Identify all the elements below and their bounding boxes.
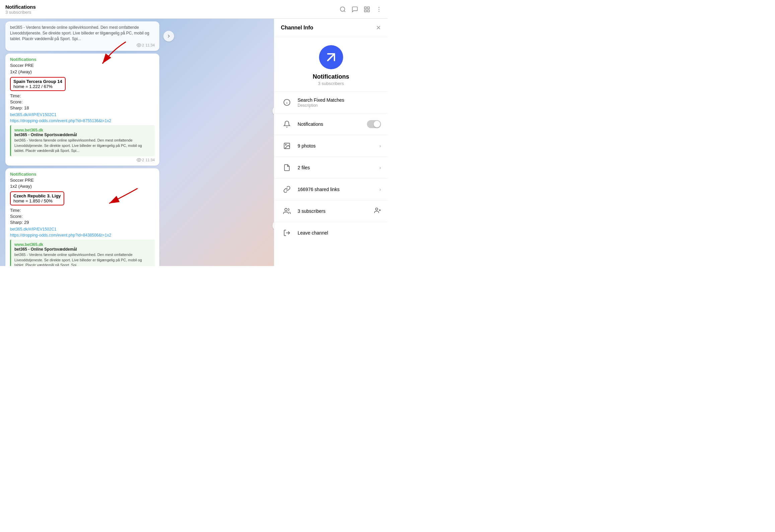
preview-site-3: www.bet365.dk	[14, 242, 151, 247]
message-preview-3: www.bet365.dk bet365 - Online Sportsvædd…	[10, 240, 155, 266]
header-info: Notifications 3 subscribers	[5, 4, 339, 15]
info-row-files-content: 2 files	[298, 165, 379, 170]
search-icon[interactable]	[339, 6, 346, 13]
forward-button-2[interactable]	[273, 105, 274, 116]
svg-point-18	[285, 144, 286, 145]
info-row-files[interactable]: 2 files ›	[274, 157, 388, 179]
leave-channel-row[interactable]: Leave channel	[274, 222, 388, 244]
files-icon	[281, 162, 293, 174]
info-row-subscribers-content: 3 subscribers	[298, 208, 374, 214]
shared-links-label: 166976 shared links	[298, 187, 379, 192]
message-wrapper-3: Notifications Soccer PRE1x2 (Away) Czech…	[5, 168, 268, 266]
svg-point-6	[379, 7, 380, 8]
svg-rect-5	[368, 10, 370, 12]
info-row-shared-links[interactable]: 166976 shared links ›	[274, 179, 388, 200]
subscribers-icon	[281, 205, 293, 217]
svg-line-1	[344, 10, 345, 12]
message-views: 2	[137, 43, 144, 48]
message-wrapper-2: Notifications Soccer PRE1x2 (Away) Spain…	[5, 54, 268, 168]
leave-label[interactable]: Leave channel	[298, 230, 328, 236]
forward-button[interactable]	[163, 31, 174, 41]
channel-info-panel: Channel Info ✕ Notifications 3 subscribe…	[274, 19, 388, 266]
message-views-2: 2	[137, 158, 144, 162]
svg-rect-2	[365, 7, 367, 9]
preview-text-3: bet365 - Verdens førende online spillevi…	[14, 252, 151, 266]
preview-title-3: bet365 - Online Sportsvæddemål	[14, 247, 151, 252]
link-2-msg3[interactable]: https://dropping-odds.com/event.php?id=8…	[10, 233, 155, 238]
header-actions	[339, 6, 382, 13]
files-chevron: ›	[379, 165, 381, 170]
header: Notifications 3 subscribers	[0, 0, 388, 19]
message-bubble: bet365 - Verdens førende online spillevi…	[5, 21, 159, 51]
preview-title-2: bet365 - Online Sportsvæddemål	[14, 132, 151, 137]
channel-subscribers: 3 subscribers	[318, 81, 344, 86]
svg-point-10	[139, 159, 140, 161]
bell-icon	[281, 118, 293, 130]
channel-info-header: Channel Info ✕	[274, 19, 388, 37]
notifications-label: Notifications	[298, 121, 367, 127]
link-2-msg2[interactable]: https://dropping-odds.com/event.php?id=8…	[10, 118, 155, 123]
channel-avatar	[319, 45, 343, 69]
info-row-subscribers[interactable]: 3 subscribers	[274, 200, 388, 222]
message-content-3: Soccer PRE1x2 (Away)	[10, 177, 155, 189]
preview-site-2: www.bet365.dk	[14, 128, 151, 132]
photos-icon	[281, 140, 293, 152]
channel-name: Notifications	[313, 73, 349, 80]
photos-chevron: ›	[379, 143, 381, 149]
info-row-notifications[interactable]: Notifications	[274, 113, 388, 135]
message-footer-2: 2 11:34	[10, 158, 155, 162]
photos-label: 9 photos	[298, 143, 379, 149]
channel-info-title: Channel Info	[281, 25, 313, 31]
messages-container[interactable]: bet365 - Verdens førende online spillevi…	[0, 19, 274, 266]
leave-icon	[281, 227, 293, 239]
highlight-sub-2: home = 1.222 / 67%	[13, 84, 62, 89]
svg-point-19	[285, 208, 287, 211]
chat-area: bet365 - Verdens førende online spillevi…	[0, 19, 274, 266]
add-subscriber-button[interactable]	[374, 207, 381, 215]
svg-rect-4	[365, 10, 367, 12]
svg-point-9	[139, 45, 140, 46]
svg-rect-3	[368, 7, 370, 9]
info-row-notifications-content: Notifications	[298, 121, 367, 127]
files-label: 2 files	[298, 165, 379, 170]
message-bubble-2: Notifications Soccer PRE1x2 (Away) Spain…	[5, 54, 159, 165]
highlight-title-2: Spain Tercera Group 14	[13, 79, 62, 84]
message-sender-2: Notifications	[10, 57, 155, 62]
svg-point-20	[376, 208, 378, 210]
close-button[interactable]: ✕	[376, 24, 381, 31]
channel-profile: Notifications 3 subscribers	[274, 37, 388, 92]
extra-lines-2: Time:Score:Sharp: 18	[10, 93, 155, 111]
links-chevron: ›	[379, 187, 381, 192]
info-icon	[281, 96, 293, 108]
highlight-sub-3: home = 1.850 / 50%	[13, 198, 61, 203]
highlight-title-3: Czech Republic 3. Ligy	[13, 193, 61, 198]
chat-icon[interactable]	[352, 6, 358, 13]
message-highlight-2: Spain Tercera Group 14 home = 1.222 / 67…	[10, 77, 66, 91]
link-1-msg2[interactable]: bet365.dk/#/IP/EV1502C1	[10, 112, 155, 117]
message-footer: 2 11:34	[10, 43, 155, 48]
message-content-2: Soccer PRE1x2 (Away)	[10, 63, 155, 75]
extra-lines-3: Time:Score:Sharp: 29	[10, 207, 155, 226]
channel-subscriber-count: 3 subscribers	[5, 10, 339, 15]
message-highlight-3: Czech Republic 3. Ligy home = 1.850 / 50…	[10, 191, 64, 205]
svg-point-7	[379, 9, 380, 10]
notifications-toggle[interactable]	[367, 120, 381, 128]
description-title: Search Fixed Matches	[298, 97, 381, 103]
message-bubble-3: Notifications Soccer PRE1x2 (Away) Czech…	[5, 168, 159, 266]
link-1-msg3[interactable]: bet365.dk/#/IP/EV1502C1	[10, 227, 155, 232]
info-row-photos-content: 9 photos	[298, 143, 379, 149]
info-row-photos[interactable]: 9 photos ›	[274, 135, 388, 157]
forward-button-3[interactable]	[273, 220, 274, 231]
preview-text-2: bet365 - Verdens førende online spillevi…	[14, 138, 151, 153]
message-sender-3: Notifications	[10, 172, 155, 177]
links-icon	[281, 183, 293, 195]
info-row-links-content: 166976 shared links	[298, 187, 379, 192]
info-row-description-content: Search Fixed Matches Description	[298, 97, 381, 108]
info-row-description[interactable]: Search Fixed Matches Description	[274, 92, 388, 113]
channel-avatar-icon	[325, 51, 337, 63]
svg-point-0	[340, 7, 345, 11]
channel-title: Notifications	[5, 4, 339, 10]
layout-icon[interactable]	[364, 6, 370, 13]
more-icon[interactable]	[376, 6, 382, 13]
description-sub: Description	[298, 103, 381, 108]
